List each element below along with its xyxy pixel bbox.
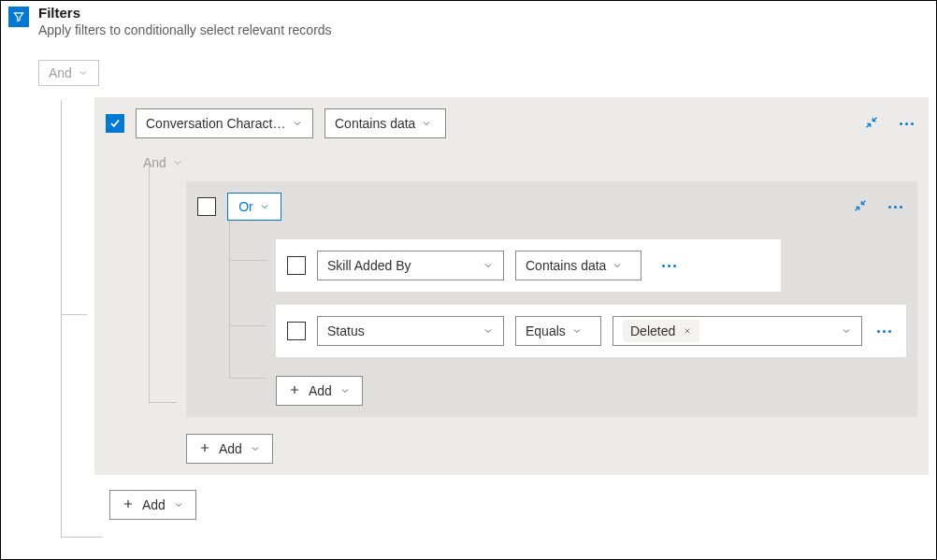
add-label: Add — [309, 383, 332, 398]
chevron-down-icon — [421, 118, 432, 129]
page-subtitle: Apply filters to conditionally select re… — [38, 22, 332, 37]
row1-field-dropdown[interactable]: Skill Added By — [317, 251, 504, 280]
plus-icon — [288, 383, 301, 399]
chevron-down-icon — [250, 443, 261, 454]
group1-field-label: Conversation Characte... — [146, 116, 286, 131]
row2-field-dropdown[interactable]: Status — [317, 316, 504, 346]
chevron-down-icon — [841, 325, 852, 337]
chevron-down-icon — [571, 325, 583, 337]
group1-operator-label: Contains data — [335, 116, 415, 131]
group1-operator-dropdown[interactable]: Contains data — [324, 108, 446, 138]
add-button-root[interactable]: Add — [109, 490, 196, 520]
chevron-down-icon — [172, 157, 183, 168]
group2-checkbox[interactable] — [197, 197, 216, 216]
row1-checkbox[interactable] — [287, 256, 306, 275]
value-chip-label: Deleted — [630, 323, 675, 338]
group1-field-dropdown[interactable]: Conversation Characte... — [136, 108, 313, 138]
filter-icon — [8, 7, 29, 27]
group1-child-operator-label: And — [143, 155, 166, 170]
chevron-down-icon — [612, 260, 623, 271]
plus-icon — [198, 441, 211, 457]
row2-value-dropdown[interactable]: Deleted — [613, 316, 862, 346]
chevron-down-icon — [292, 118, 303, 129]
collapse-icon[interactable] — [853, 198, 868, 216]
add-button-group1[interactable]: Add — [186, 434, 273, 464]
more-icon[interactable] — [896, 119, 917, 129]
root-group-operator-label: And — [49, 65, 72, 80]
group2-operator-label: Or — [238, 199, 253, 214]
remove-chip-icon[interactable] — [683, 323, 692, 338]
group1-checkbox[interactable] — [106, 114, 124, 133]
more-icon[interactable] — [873, 326, 895, 337]
chevron-down-icon — [483, 260, 494, 271]
row1-operator-label: Contains data — [526, 258, 606, 273]
chevron-down-icon — [259, 201, 270, 212]
root-group-operator-dropdown[interactable]: And — [38, 60, 99, 86]
row1-operator-dropdown[interactable]: Contains data — [515, 251, 641, 280]
collapse-icon[interactable] — [864, 115, 879, 133]
more-icon[interactable] — [885, 202, 906, 212]
row1-field-label: Skill Added By — [327, 258, 477, 273]
add-button-inner[interactable]: Add — [276, 376, 363, 406]
chevron-down-icon — [483, 325, 494, 337]
chevron-down-icon — [339, 385, 351, 396]
plus-icon — [122, 497, 135, 513]
add-label: Add — [142, 497, 166, 512]
chevron-down-icon — [78, 67, 89, 79]
add-label: Add — [219, 441, 242, 456]
row2-checkbox[interactable] — [287, 322, 306, 340]
page-title: Filters — [38, 5, 332, 21]
value-chip: Deleted — [623, 320, 699, 342]
group2-operator-dropdown[interactable]: Or — [227, 193, 281, 221]
more-icon[interactable] — [658, 261, 680, 271]
row2-operator-dropdown[interactable]: Equals — [515, 316, 601, 346]
row2-field-label: Status — [327, 323, 477, 338]
row2-operator-label: Equals — [526, 323, 566, 338]
chevron-down-icon — [173, 499, 184, 510]
